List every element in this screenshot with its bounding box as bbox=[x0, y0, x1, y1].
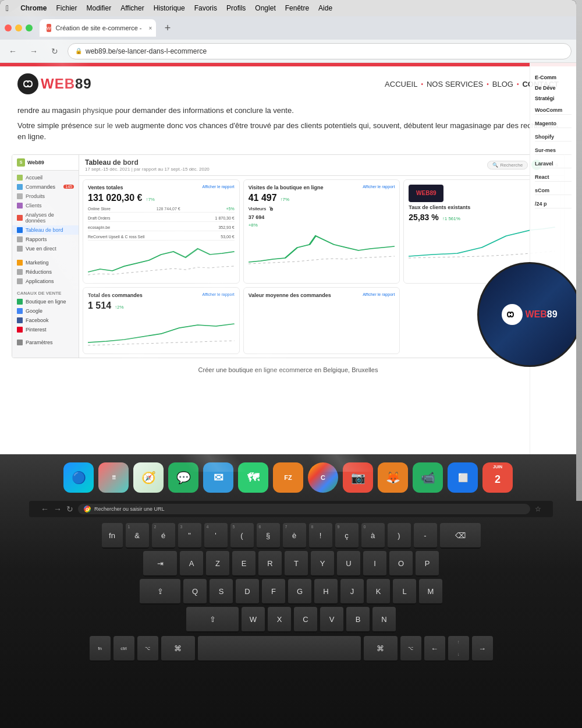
key-u[interactable]: U bbox=[337, 551, 360, 577]
minimize-window-button[interactable] bbox=[15, 24, 22, 31]
key-k[interactable]: K bbox=[367, 579, 390, 605]
menu-historique[interactable]: Historique bbox=[154, 4, 185, 12]
key-x[interactable]: X bbox=[268, 607, 291, 632]
key-a[interactable]: A bbox=[180, 551, 203, 577]
menu-fichier[interactable]: Fichier bbox=[56, 4, 77, 12]
dock-item-launchpad[interactable]: ⠿ bbox=[98, 462, 129, 493]
sidebar-item-rapports[interactable]: Rapports bbox=[12, 235, 79, 244]
key-i[interactable]: I bbox=[363, 551, 386, 577]
touchbar-url-bar[interactable]: G Rechercher ou saisir une URL bbox=[78, 504, 530, 514]
sidebar-item-accueil[interactable]: Accueil bbox=[12, 173, 79, 182]
key-space[interactable] bbox=[198, 636, 361, 662]
nav-services[interactable]: NOS SERVICES bbox=[427, 80, 483, 89]
sidebar-item-dashboard[interactable]: Tableau de bord bbox=[12, 225, 79, 235]
key-fn2[interactable]: fn bbox=[90, 636, 111, 662]
close-window-button[interactable] bbox=[5, 24, 12, 31]
key-m[interactable]: M bbox=[419, 579, 442, 605]
key-dash[interactable]: - bbox=[414, 523, 437, 549]
dock-item-finder[interactable]: 🔵 bbox=[63, 462, 94, 493]
sidebar-item-marketing[interactable]: Marketing bbox=[12, 258, 79, 267]
key-a-grave[interactable]: 0à bbox=[361, 523, 385, 549]
key-e-grave[interactable]: 7è bbox=[283, 523, 306, 549]
key-amp[interactable]: 1& bbox=[126, 523, 149, 549]
sidebar-item-vue[interactable]: Vue en direct bbox=[12, 244, 79, 253]
maximize-window-button[interactable] bbox=[26, 24, 33, 31]
dock-item-safari[interactable]: 🧭 bbox=[133, 462, 164, 493]
key-v[interactable]: V bbox=[320, 607, 343, 632]
sidebar-item-produits[interactable]: Produits bbox=[12, 192, 79, 201]
sidebar-item-analytics[interactable]: Analyses de données bbox=[12, 210, 79, 225]
new-tab-button[interactable]: + bbox=[159, 20, 176, 36]
key-j[interactable]: J bbox=[340, 579, 364, 605]
dock-item-maps[interactable]: 🗺 bbox=[238, 462, 268, 493]
sales-card-link[interactable]: Afficher le rapport bbox=[203, 185, 235, 189]
key-s[interactable]: S bbox=[210, 579, 233, 605]
key-paren[interactable]: 5( bbox=[230, 523, 254, 549]
menu-profils[interactable]: Profils bbox=[226, 4, 246, 12]
key-e[interactable]: E bbox=[232, 551, 255, 577]
sidebar-item-params[interactable]: Paramètres bbox=[12, 338, 79, 347]
total-orders-link[interactable]: Afficher le rapport bbox=[203, 292, 235, 296]
dock-item-photos[interactable]: 📷 bbox=[343, 462, 373, 493]
key-alt[interactable]: ⌥ bbox=[137, 636, 158, 662]
key-p[interactable]: P bbox=[416, 551, 439, 577]
nav-blog[interactable]: BLOG bbox=[492, 80, 513, 89]
key-n[interactable]: N bbox=[372, 607, 396, 632]
key-r[interactable]: R bbox=[258, 551, 282, 577]
db-search[interactable]: 🔍 Recherche bbox=[487, 161, 528, 169]
key-o[interactable]: O bbox=[389, 551, 413, 577]
key-c[interactable]: C bbox=[294, 607, 317, 632]
key-y[interactable]: Y bbox=[311, 551, 334, 577]
key-backspace[interactable]: ⌫ bbox=[440, 523, 481, 549]
browser-tab[interactable]: W Création de site e-commerce - × bbox=[40, 19, 156, 37]
key-c-cedilla[interactable]: 9ç bbox=[335, 523, 359, 549]
dock-item-messages[interactable]: 💬 bbox=[168, 462, 198, 493]
menu-aide[interactable]: Aide bbox=[318, 4, 332, 12]
sidebar-item-google[interactable]: Google bbox=[12, 306, 79, 316]
key-t[interactable]: T bbox=[285, 551, 308, 577]
key-tab[interactable]: ⇥ bbox=[143, 551, 177, 577]
dock-item-filezilla[interactable]: FZ bbox=[273, 462, 303, 493]
browser-refresh-button[interactable]: ↻ bbox=[47, 43, 63, 59]
sidebar-item-facebook[interactable]: Facebook bbox=[12, 316, 79, 325]
key-excl[interactable]: 8! bbox=[309, 523, 332, 549]
key-h[interactable]: H bbox=[314, 579, 338, 605]
touchbar-back-icon[interactable]: ← bbox=[41, 504, 49, 514]
key-section[interactable]: 6§ bbox=[257, 523, 280, 549]
browser-forward-button[interactable]: → bbox=[26, 43, 42, 59]
sidebar-item-commandes[interactable]: Commandes 145 bbox=[12, 182, 79, 192]
dock-item-vscode[interactable]: ⬜ bbox=[448, 462, 478, 493]
menu-afficher[interactable]: Afficher bbox=[120, 4, 144, 12]
menu-fenetre[interactable]: Fenêtre bbox=[285, 4, 309, 12]
menu-onglet[interactable]: Onglet bbox=[255, 4, 275, 12]
visits-card-link[interactable]: Afficher le rapport bbox=[363, 185, 395, 189]
sidebar-item-pinterest[interactable]: Pinterest bbox=[12, 325, 79, 334]
key-rparen[interactable]: ) bbox=[388, 523, 411, 549]
sidebar-item-boutique[interactable]: Boutique en ligne bbox=[12, 297, 79, 306]
sidebar-item-clients[interactable]: Clients bbox=[12, 201, 79, 210]
key-arrow-left[interactable]: ← bbox=[424, 636, 445, 662]
tab-close-button[interactable]: × bbox=[149, 23, 152, 33]
dock-item-calendar[interactable]: JUIN 2 bbox=[482, 462, 513, 493]
address-bar[interactable]: 🔒 web89.be/se-lancer-dans-l-ecommerce bbox=[68, 43, 572, 59]
key-l[interactable]: L bbox=[393, 579, 416, 605]
key-cmd-right[interactable]: ⌘ bbox=[364, 636, 398, 662]
touchbar-forward-icon[interactable]: → bbox=[54, 504, 62, 514]
key-d[interactable]: D bbox=[236, 579, 259, 605]
avg-order-link[interactable]: Afficher le rapport bbox=[363, 292, 395, 296]
key-arrow-up-down[interactable]: ↑↓ bbox=[448, 636, 469, 662]
sidebar-item-applications[interactable]: Applications bbox=[12, 277, 79, 286]
key-fn[interactable]: fn bbox=[102, 523, 123, 549]
key-q[interactable]: Q bbox=[183, 579, 207, 605]
key-shift-left[interactable]: ⇧ bbox=[186, 607, 239, 632]
dock-item-firefox[interactable]: 🦊 bbox=[378, 462, 408, 493]
menu-favoris[interactable]: Favoris bbox=[194, 4, 217, 12]
key-b[interactable]: B bbox=[346, 607, 370, 632]
menu-modifier[interactable]: Modifier bbox=[86, 4, 111, 12]
key-quote[interactable]: 3" bbox=[178, 523, 201, 549]
key-alt-right[interactable]: ⌥ bbox=[400, 636, 421, 662]
key-g[interactable]: G bbox=[288, 579, 311, 605]
key-e-acute[interactable]: 2é bbox=[152, 523, 175, 549]
key-z[interactable]: Z bbox=[206, 551, 229, 577]
key-w[interactable]: W bbox=[242, 607, 265, 632]
